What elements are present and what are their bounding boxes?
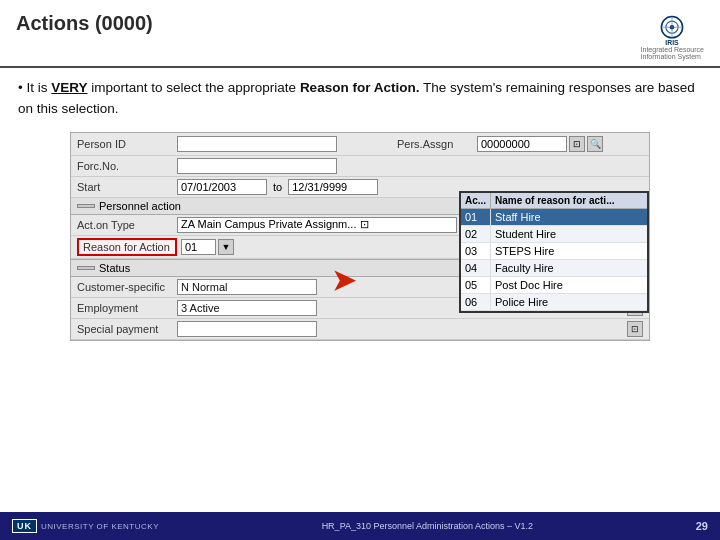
sap-panel-wrapper: Person ID Pers.Assgn 00000000 ⊡ 🔍 Forc.N… xyxy=(70,132,650,341)
dropdown-row-name: Police Hire xyxy=(491,294,647,310)
special-payment-row: Special payment ⊡ xyxy=(71,319,649,340)
footer-center-text: HR_PA_310 Personnel Administration Actio… xyxy=(322,521,533,531)
forc-no-row: Forc.No. xyxy=(71,156,649,177)
dropdown-row[interactable]: 03STEPS Hire xyxy=(461,243,647,260)
special-payment-field[interactable] xyxy=(177,321,317,337)
dropdown-row-code: 02 xyxy=(461,226,491,242)
status-label: Status xyxy=(99,262,130,274)
forc-no-label: Forc.No. xyxy=(77,160,177,172)
action-type-label: Act.on Type xyxy=(77,219,177,231)
dropdown-row[interactable]: 06Police Hire xyxy=(461,294,647,311)
footer: UK UNIVERSITY OF KENTUCKY HR_PA_310 Pers… xyxy=(0,512,720,540)
reason-for-action-text: Reason for Action. xyxy=(300,80,420,95)
status-tab[interactable] xyxy=(77,266,95,270)
forc-no-field[interactable] xyxy=(177,158,337,174)
uk-logo: UK xyxy=(12,519,37,533)
reason-field[interactable]: 01 xyxy=(181,239,216,255)
arrow-indicator: ➤ xyxy=(332,264,355,297)
dropdown-row-code: 01 xyxy=(461,209,491,225)
dropdown-row[interactable]: 04Faculty Hire xyxy=(461,260,647,277)
special-payment-label: Special payment xyxy=(77,323,177,335)
dropdown-row-name: STEPS Hire xyxy=(491,243,647,259)
footer-left: UK UNIVERSITY OF KENTUCKY xyxy=(12,519,159,533)
person-id-label: Person ID xyxy=(77,138,177,150)
reason-label: Reason for Action xyxy=(77,238,177,256)
dropdown-row[interactable]: 01Staff Hire xyxy=(461,209,647,226)
customer-specific-label: Customer-specific xyxy=(77,281,177,293)
dropdown-row-name: Student Hire xyxy=(491,226,647,242)
sap-panel: Person ID Pers.Assgn 00000000 ⊡ 🔍 Forc.N… xyxy=(70,132,650,341)
employment-field[interactable]: 3 Active xyxy=(177,300,317,316)
dropdown-col2-header: Name of reason for acti... xyxy=(491,193,647,208)
reason-dropdown-btn[interactable]: ▼ xyxy=(218,239,234,255)
employment-label: Employment xyxy=(77,302,177,314)
dropdown-row-name: Faculty Hire xyxy=(491,260,647,276)
to-label: to xyxy=(273,181,282,193)
person-id-field[interactable] xyxy=(177,136,337,152)
person-id-row: Person ID Pers.Assgn 00000000 ⊡ 🔍 xyxy=(71,133,649,156)
dropdown-row-name: Staff Hire xyxy=(491,209,647,225)
iris-logo: IRIS Integrated ResourceInformation Syst… xyxy=(641,12,704,60)
end-date-field[interactable]: 12/31/9999 xyxy=(288,179,378,195)
action-type-field[interactable]: ZA Main Campus Private Assignm... ⊡ xyxy=(177,217,457,233)
pers-assign-field[interactable]: 00000000 xyxy=(477,136,567,152)
instruction-text: • It is VERY important to select the app… xyxy=(18,78,702,120)
very-text: VERY xyxy=(51,80,87,95)
dropdown-row-code: 05 xyxy=(461,277,491,293)
dropdown-row-name: Post Doc Hire xyxy=(491,277,647,293)
reason-dropdown-popup: Ac... Name of reason for acti... 01Staff… xyxy=(459,191,649,313)
customer-specific-field[interactable]: N Normal xyxy=(177,279,317,295)
page-title: Actions (0000) xyxy=(16,12,153,35)
dropdown-header: Ac... Name of reason for acti... xyxy=(461,193,647,209)
start-date-field[interactable]: 07/01/2003 xyxy=(177,179,267,195)
personnel-action-tab[interactable] xyxy=(77,204,95,208)
main-content: • It is VERY important to select the app… xyxy=(0,68,720,351)
special-payment-icon[interactable]: ⊡ xyxy=(627,321,643,337)
dropdown-row[interactable]: 02Student Hire xyxy=(461,226,647,243)
dropdown-row-code: 04 xyxy=(461,260,491,276)
university-name: UNIVERSITY OF KENTUCKY xyxy=(41,522,159,531)
page-number: 29 xyxy=(696,520,708,532)
pers-assign-search-btn[interactable]: 🔍 xyxy=(587,136,603,152)
dropdown-col1-header: Ac... xyxy=(461,193,491,208)
pers-assign-label: Pers.Assgn xyxy=(397,138,477,150)
start-label: Start xyxy=(77,181,177,193)
dropdown-row-code: 06 xyxy=(461,294,491,310)
page-header: Actions (0000) IRIS Integrated ResourceI… xyxy=(0,0,720,68)
dropdown-row[interactable]: 05Post Doc Hire xyxy=(461,277,647,294)
personnel-action-label: Personnel action xyxy=(99,200,181,212)
pers-assign-icon-btn[interactable]: ⊡ xyxy=(569,136,585,152)
dropdown-row-code: 03 xyxy=(461,243,491,259)
